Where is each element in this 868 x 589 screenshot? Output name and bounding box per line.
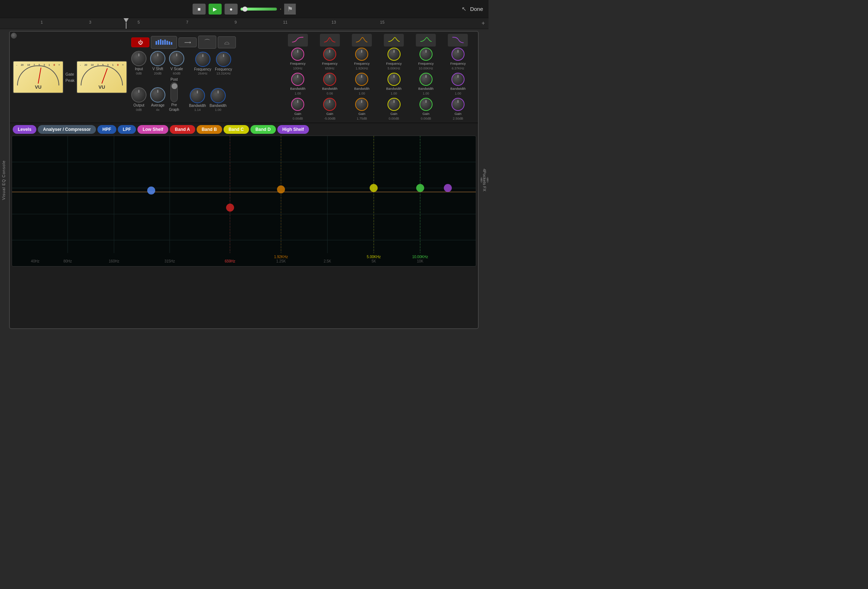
svg-rect-2 <box>160 39 161 45</box>
band-gain-value-1: -5.00dB <box>324 117 336 120</box>
band-gain-knob-4[interactable] <box>419 98 433 111</box>
tab-low-shelf[interactable]: Low Shelf <box>137 125 168 134</box>
band-bw-value-5: 1.00 <box>455 92 461 95</box>
tab-hpf[interactable]: HPF <box>97 125 116 134</box>
power-button[interactable]: ⏻ <box>131 37 149 47</box>
band-bw-knob-4[interactable] <box>419 73 433 86</box>
post-pre-toggle[interactable] <box>170 82 178 102</box>
svg-rect-7 <box>171 42 172 45</box>
metronome-button[interactable]: ⚑ <box>284 4 296 15</box>
left-panel: ⏻ ⟿ ⌒ <box>129 34 278 120</box>
band-col-high-shelf: Frequency 6.37KHz Bandwidth 1.00 Gain 2.… <box>442 34 474 120</box>
freq-dot-lowshelf[interactable] <box>147 186 155 195</box>
svg-rect-0 <box>156 41 157 45</box>
svg-rect-5 <box>167 41 168 45</box>
freq-dot-bandb[interactable] <box>277 185 285 193</box>
average-label: Average <box>151 103 165 107</box>
graph-colored-label-659hz: 659Hz <box>224 259 235 263</box>
ruler-mark-7: 7 <box>186 20 188 24</box>
band-bw-knob-5[interactable] <box>452 73 465 86</box>
band-gain-label-5: Gain <box>454 112 461 116</box>
post-pre-graph: Post Pre Graph <box>169 77 179 112</box>
band-icon-5[interactable] <box>448 34 468 47</box>
vshift-label: V Shift <box>152 67 163 71</box>
pre-label: Pre <box>171 103 177 107</box>
freq-dot-highshelf[interactable] <box>444 184 452 192</box>
band-icon-1[interactable] <box>320 34 340 47</box>
band-icon-0[interactable] <box>288 34 308 47</box>
output-knob[interactable] <box>131 87 146 103</box>
band-freq-value-1: 659Hz <box>325 66 334 70</box>
lpf-freq-knob[interactable] <box>216 52 231 67</box>
curve-button-2[interactable]: ⌓ <box>218 36 236 48</box>
band-bw-label-4: Bandwidth <box>418 87 434 90</box>
screw-top-left <box>11 33 17 38</box>
hpf-bw-knob[interactable] <box>190 88 205 103</box>
band-icon-3[interactable] <box>384 34 404 47</box>
timeline-ruler: 1 3 5 7 9 11 13 15 + <box>0 18 489 29</box>
add-track-button[interactable]: + <box>481 20 485 27</box>
sidebar-right: 4Pockets FX <box>481 29 489 331</box>
band-gain-label-4: Gain <box>422 112 429 116</box>
eq-graph[interactable]: 40Hz 80Hz 160Hz 315Hz 630Hz 1.25K 2.5K 5… <box>12 136 476 267</box>
tab-band-c[interactable]: Band C <box>224 125 249 134</box>
band-freq-knob-4[interactable] <box>419 48 433 61</box>
band-bw-knob-1[interactable] <box>323 73 336 86</box>
band-gain-label-1: Gain <box>326 112 333 116</box>
band-icon-4[interactable] <box>416 34 436 47</box>
band-freq-knob-2[interactable] <box>355 48 368 61</box>
tab-lpf[interactable]: LPF <box>118 125 136 134</box>
band-freq-value-3: 5.00KHz <box>387 66 400 70</box>
play-button[interactable]: ▶ <box>209 4 222 15</box>
gate-peak: Gate Peak <box>65 72 75 83</box>
record-button[interactable]: ● <box>224 4 238 15</box>
input-knob[interactable] <box>131 51 146 66</box>
tab-analyser---compressor[interactable]: Analyser / Compressor <box>38 125 96 134</box>
band-gain-value-2: 1.75dB <box>357 117 367 120</box>
band-bw-label-2: Bandwidth <box>354 87 369 90</box>
freq-dot-bandc[interactable] <box>370 184 378 192</box>
band-icon-2[interactable] <box>352 34 372 47</box>
band-bw-value-2: 1.00 <box>359 92 365 95</box>
freq-dot-banda[interactable] <box>226 204 234 212</box>
band-freq-label-2: Frequency <box>354 62 370 65</box>
freq-dot-bandd[interactable] <box>416 184 424 192</box>
band-bw-knob-3[interactable] <box>387 73 400 86</box>
tab-band-d[interactable]: Band D <box>251 125 276 134</box>
band-freq-knob-5[interactable] <box>452 48 465 61</box>
band-gain-knob-0[interactable] <box>291 98 304 111</box>
band-freq-knob-0[interactable] <box>291 48 304 61</box>
analyser-button[interactable] <box>151 36 177 49</box>
band-bw-value-0: 1.00 <box>294 92 301 95</box>
graph-label: Graph <box>169 108 179 112</box>
band-freq-knob-3[interactable] <box>387 48 400 61</box>
tab-band-a[interactable]: Band A <box>170 125 195 134</box>
done-button[interactable]: Done <box>470 6 483 12</box>
waves-button[interactable]: ⟿ <box>179 37 197 47</box>
vu-scale-10: 10 <box>27 63 30 66</box>
knob-row-1: Input 0dB V Shift 20dB V Scale 60dB <box>131 51 277 75</box>
vscale-knob[interactable] <box>169 51 184 66</box>
band-freq-knob-1[interactable] <box>323 48 336 61</box>
peak-label: Peak <box>65 78 75 83</box>
vshift-knob[interactable] <box>150 51 165 66</box>
sidebar-right-label: 4Pockets FX <box>482 169 487 191</box>
stop-button[interactable]: ■ <box>193 4 206 15</box>
band-gain-knob-5[interactable] <box>452 98 465 111</box>
tab-levels[interactable]: Levels <box>13 125 36 134</box>
hpf-freq-knob[interactable] <box>195 52 210 67</box>
band-gain-knob-1[interactable] <box>323 98 336 111</box>
band-gain-knob-3[interactable] <box>387 98 400 111</box>
band-bw-knob-2[interactable] <box>355 73 368 86</box>
curve-button-1[interactable]: ⌒ <box>198 35 216 49</box>
average-knob[interactable] <box>150 87 165 103</box>
band-bw-knob-0[interactable] <box>291 73 304 86</box>
band-freq-label-0: Frequency <box>290 62 306 65</box>
playhead[interactable] <box>123 18 129 29</box>
lpf-bw-knob[interactable] <box>210 88 226 103</box>
volume-slider[interactable] <box>241 7 277 10</box>
tab-high-shelf[interactable]: High Shelf <box>278 125 309 134</box>
band-bw-value-4: 1.00 <box>423 92 429 95</box>
tab-band-b[interactable]: Band B <box>197 125 222 134</box>
band-gain-knob-2[interactable] <box>355 98 368 111</box>
